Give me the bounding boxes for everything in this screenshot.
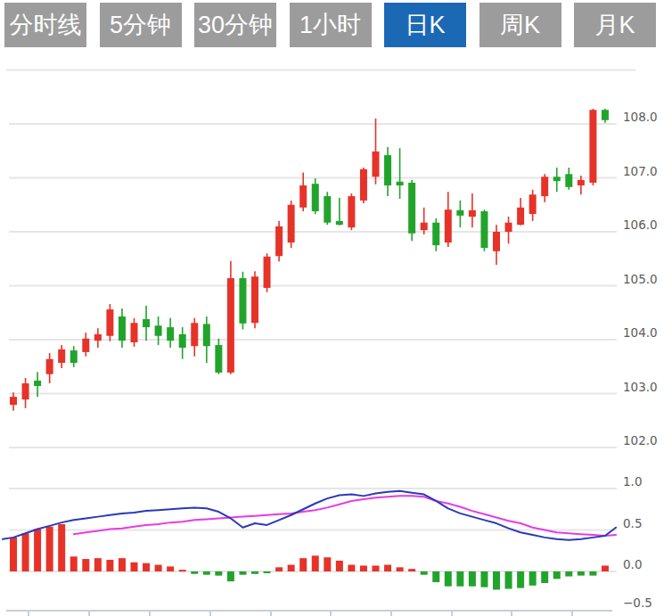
macd-bar-negative	[215, 571, 222, 576]
candle	[360, 168, 367, 203]
macd-bar-positive	[299, 558, 307, 571]
candle	[288, 201, 295, 248]
tab-weekly-k[interactable]: 周K	[479, 3, 561, 47]
macd-bar-positive	[131, 563, 138, 571]
macd-bar-negative	[469, 571, 476, 587]
tab-1hour[interactable]: 1小时	[290, 3, 372, 47]
dif-line	[3, 491, 616, 540]
price-axis-labels: 108.0107.0106.0105.0104.0103.0102.0	[623, 110, 658, 448]
candle	[58, 345, 65, 368]
tab-5min[interactable]: 5分钟	[100, 3, 182, 47]
tab-monthly-k[interactable]: 月K	[574, 3, 656, 47]
candle	[82, 333, 89, 357]
macd-axis-label: 0.0	[623, 557, 642, 571]
macd-bar-positive	[179, 570, 186, 571]
macd-bar-positive	[82, 559, 89, 571]
macd-bar-positive	[155, 565, 162, 571]
macd-axis-label: −0.5	[623, 595, 652, 610]
macd-axis-label: 1.0	[623, 474, 642, 489]
x-axis	[6, 611, 612, 616]
price-gridlines	[6, 70, 635, 448]
candle	[46, 353, 53, 383]
candle	[480, 209, 488, 251]
candle	[215, 339, 222, 374]
candle	[529, 190, 537, 221]
price-axis-label: 105.0	[623, 272, 658, 286]
candle	[167, 318, 174, 348]
macd-bar-negative	[505, 571, 512, 589]
macd-bar-positive	[408, 569, 415, 571]
candle	[408, 180, 415, 241]
candle	[432, 218, 439, 251]
macd-bar-negative	[589, 571, 596, 576]
macd-bar-negative	[553, 571, 561, 579]
candle	[94, 328, 102, 348]
macd-bar-positive	[94, 558, 102, 571]
candle	[589, 109, 596, 185]
macd-axis-label: 0.5	[623, 516, 642, 530]
candle	[373, 119, 380, 185]
tab-30min[interactable]: 30分钟	[194, 3, 276, 47]
macd-bar-negative	[517, 571, 524, 588]
candle	[397, 148, 404, 199]
macd-bar-negative	[432, 571, 439, 582]
macd-bar-negative	[264, 571, 271, 573]
candle	[143, 306, 150, 341]
candle	[456, 201, 463, 227]
macd-bar-positive	[22, 533, 29, 571]
candle	[312, 178, 319, 214]
macd-bar-positive	[373, 565, 380, 571]
macd-bar-positive	[106, 560, 113, 571]
tab-time-line[interactable]: 分时线	[4, 3, 86, 47]
candle	[10, 392, 17, 411]
macd-bar-positive	[348, 565, 355, 571]
candle	[239, 272, 246, 330]
macd-bar-positive	[70, 556, 78, 571]
macd-bar-positive	[324, 557, 331, 571]
macd-bar-positive	[288, 565, 295, 571]
macd-bar-positive	[397, 567, 404, 571]
macd-bar-negative	[541, 571, 548, 583]
macd-bar-positive	[312, 555, 319, 571]
macd-bar-negative	[445, 571, 452, 587]
macd-bar-positive	[10, 538, 17, 571]
candle	[348, 193, 355, 230]
candle	[203, 316, 210, 363]
tab-daily-k[interactable]: 日K	[384, 3, 466, 47]
macd-bar-negative	[251, 571, 258, 574]
candle	[541, 174, 548, 201]
price-axis-label: 104.0	[623, 325, 658, 340]
candle	[155, 316, 162, 345]
price-axis-label: 102.0	[623, 433, 658, 448]
macd-bar-negative	[456, 571, 463, 587]
macd-bar-negative	[529, 571, 537, 586]
candle	[106, 304, 113, 341]
interval-tabbar: 分时线 5分钟 30分钟 1小时 日K 周K 月K	[4, 3, 656, 47]
candle	[131, 318, 138, 347]
macd-bar-positive	[275, 567, 283, 571]
macd-bar-positive	[384, 565, 391, 571]
macd-bar-positive	[143, 563, 150, 571]
candle	[445, 192, 452, 247]
price-axis-label: 107.0	[623, 164, 658, 178]
macd-bar-negative	[493, 571, 500, 589]
macd-bar-negative	[203, 571, 210, 575]
macd-bar-positive	[602, 565, 609, 571]
macd-bar-positive	[167, 566, 174, 571]
candle	[602, 109, 609, 123]
macd-bar-positive	[360, 565, 367, 571]
price-axis-label: 108.0	[623, 110, 658, 124]
candle	[191, 318, 198, 357]
candle	[119, 308, 126, 348]
macd-bar-negative	[421, 571, 428, 575]
macd-histogram	[10, 524, 609, 589]
candlestick-series	[10, 109, 609, 411]
candle	[565, 168, 572, 190]
macd-bar-negative	[565, 571, 572, 577]
macd-bar-negative	[578, 571, 585, 576]
candle	[469, 193, 476, 227]
candle	[421, 208, 428, 234]
candle	[505, 217, 512, 243]
macd-bar-negative	[191, 571, 198, 574]
candle	[227, 261, 234, 374]
